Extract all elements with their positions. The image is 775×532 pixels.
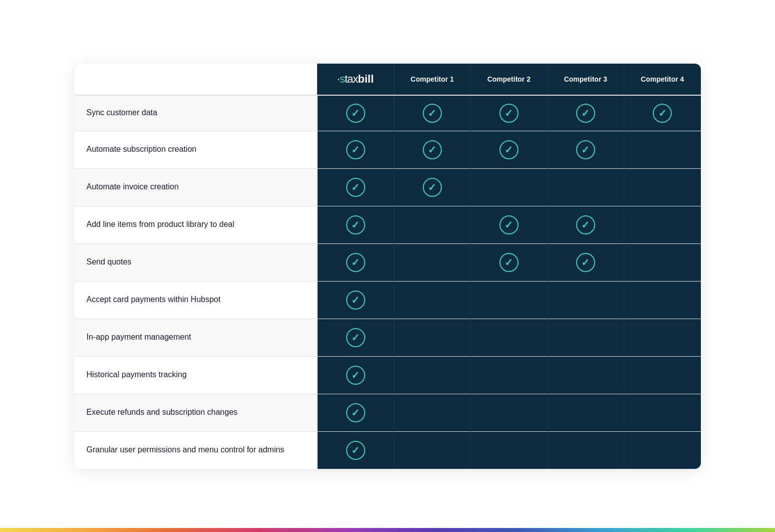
feature-cell: Historical payments tracking bbox=[75, 356, 318, 394]
feature-cell: Accept card payments within Hubspot bbox=[75, 281, 318, 319]
competitor1-check-cell bbox=[394, 431, 470, 469]
check-icon: ✓ bbox=[423, 178, 442, 197]
competitor3-column-header: Competitor 3 bbox=[547, 64, 624, 95]
empty-cell bbox=[653, 214, 672, 233]
empty-cell bbox=[576, 402, 595, 421]
empty-cell bbox=[653, 177, 672, 196]
competitor3-check-cell: ✓ bbox=[547, 243, 624, 281]
table-row: Sync customer data✓✓✓✓✓ bbox=[75, 95, 701, 131]
table-row: Granular user permissions and menu contr… bbox=[75, 431, 701, 469]
empty-cell bbox=[499, 327, 519, 346]
feature-cell: Automate invoice creation bbox=[75, 168, 318, 206]
empty-cell bbox=[423, 327, 442, 346]
check-icon: ✓ bbox=[499, 253, 519, 272]
competitor4-check-cell bbox=[624, 168, 700, 206]
empty-cell bbox=[423, 365, 442, 384]
empty-cell bbox=[423, 440, 442, 459]
check-icon: ✓ bbox=[576, 140, 595, 159]
table-row: Accept card payments within Hubspot✓ bbox=[75, 281, 701, 319]
comparison-table: ·stax bill Competitor 1 Competitor 2 Com… bbox=[75, 64, 701, 469]
staxbill-check-cell: ✓ bbox=[317, 319, 394, 356]
table-row: Add line items from product library to d… bbox=[75, 206, 701, 243]
feature-column-header bbox=[75, 64, 318, 95]
competitor2-check-cell: ✓ bbox=[470, 206, 547, 243]
competitor2-check-cell bbox=[470, 356, 547, 394]
check-icon: ✓ bbox=[576, 104, 595, 123]
feature-cell: Granular user permissions and menu contr… bbox=[75, 431, 318, 469]
empty-cell bbox=[499, 440, 519, 459]
competitor4-check-cell: ✓ bbox=[624, 95, 700, 131]
empty-cell bbox=[499, 177, 519, 196]
check-icon: ✓ bbox=[346, 253, 365, 272]
competitor3-check-cell bbox=[547, 394, 624, 431]
check-icon: ✓ bbox=[576, 253, 595, 272]
competitor4-check-cell bbox=[624, 394, 700, 431]
competitor2-column-header: Competitor 2 bbox=[470, 64, 547, 95]
competitor2-check-cell bbox=[470, 281, 547, 319]
empty-cell bbox=[653, 327, 672, 346]
check-icon: ✓ bbox=[499, 104, 519, 123]
check-icon: ✓ bbox=[346, 104, 365, 123]
empty-cell bbox=[576, 177, 595, 196]
competitor1-check-cell bbox=[394, 243, 470, 281]
empty-cell bbox=[499, 365, 519, 384]
staxbill-check-cell: ✓ bbox=[317, 431, 394, 469]
empty-cell bbox=[576, 365, 595, 384]
check-icon: ✓ bbox=[423, 140, 442, 159]
competitor3-check-cell bbox=[547, 431, 624, 469]
competitor3-check-cell bbox=[547, 319, 624, 356]
competitor4-check-cell bbox=[624, 131, 700, 168]
staxbill-check-cell: ✓ bbox=[317, 394, 394, 431]
check-icon: ✓ bbox=[499, 140, 519, 159]
check-icon: ✓ bbox=[499, 215, 519, 234]
competitor4-check-cell bbox=[624, 319, 700, 356]
check-icon: ✓ bbox=[346, 140, 365, 159]
competitor1-check-cell: ✓ bbox=[394, 95, 470, 131]
empty-cell bbox=[423, 402, 442, 421]
logo-bill-text: bill bbox=[358, 73, 374, 86]
competitor4-column-header: Competitor 4 bbox=[624, 64, 700, 95]
competitor4-check-cell bbox=[624, 356, 700, 394]
check-icon: ✓ bbox=[346, 215, 365, 234]
check-icon: ✓ bbox=[346, 403, 365, 422]
staxbill-check-cell: ✓ bbox=[317, 206, 394, 243]
table-body: Sync customer data✓✓✓✓✓Automate subscrip… bbox=[75, 95, 701, 469]
competitor3-check-cell bbox=[547, 356, 624, 394]
staxbill-check-cell: ✓ bbox=[317, 243, 394, 281]
check-icon: ✓ bbox=[576, 215, 595, 234]
check-icon: ✓ bbox=[346, 441, 365, 460]
competitor3-check-cell: ✓ bbox=[547, 131, 624, 168]
competitor3-check-cell bbox=[547, 281, 624, 319]
empty-cell bbox=[653, 252, 672, 271]
staxbill-logo: ·stax bill bbox=[323, 73, 388, 86]
competitor1-check-cell: ✓ bbox=[394, 131, 470, 168]
competitor2-check-cell: ✓ bbox=[470, 131, 547, 168]
logo-stax-text: ·stax bbox=[337, 73, 358, 86]
staxbill-check-cell: ✓ bbox=[317, 95, 394, 131]
table-row: Automate invoice creation✓✓ bbox=[75, 168, 701, 206]
competitor4-check-cell bbox=[624, 243, 700, 281]
comparison-table-wrapper: ·stax bill Competitor 1 Competitor 2 Com… bbox=[75, 64, 701, 469]
empty-cell bbox=[423, 290, 442, 309]
competitor4-check-cell bbox=[624, 206, 700, 243]
competitor4-check-cell bbox=[624, 431, 700, 469]
empty-cell bbox=[423, 252, 442, 271]
empty-cell bbox=[499, 402, 519, 421]
staxbill-check-cell: ✓ bbox=[317, 356, 394, 394]
staxbill-check-cell: ✓ bbox=[317, 281, 394, 319]
competitor2-check-cell bbox=[470, 394, 547, 431]
table-row: Send quotes✓✓✓ bbox=[75, 243, 701, 281]
competitor2-check-cell: ✓ bbox=[470, 95, 547, 131]
header-row: ·stax bill Competitor 1 Competitor 2 Com… bbox=[75, 64, 701, 95]
staxbill-check-cell: ✓ bbox=[317, 131, 394, 168]
check-icon: ✓ bbox=[653, 104, 672, 123]
competitor2-check-cell bbox=[470, 168, 547, 206]
table-row: Execute refunds and subscription changes… bbox=[75, 394, 701, 431]
feature-cell: Automate subscription creation bbox=[75, 131, 318, 168]
empty-cell bbox=[653, 402, 672, 421]
rainbow-bar bbox=[0, 528, 775, 532]
check-icon: ✓ bbox=[346, 178, 365, 197]
feature-cell: Add line items from product library to d… bbox=[75, 206, 318, 243]
competitor2-check-cell bbox=[470, 431, 547, 469]
competitor3-check-cell: ✓ bbox=[547, 95, 624, 131]
